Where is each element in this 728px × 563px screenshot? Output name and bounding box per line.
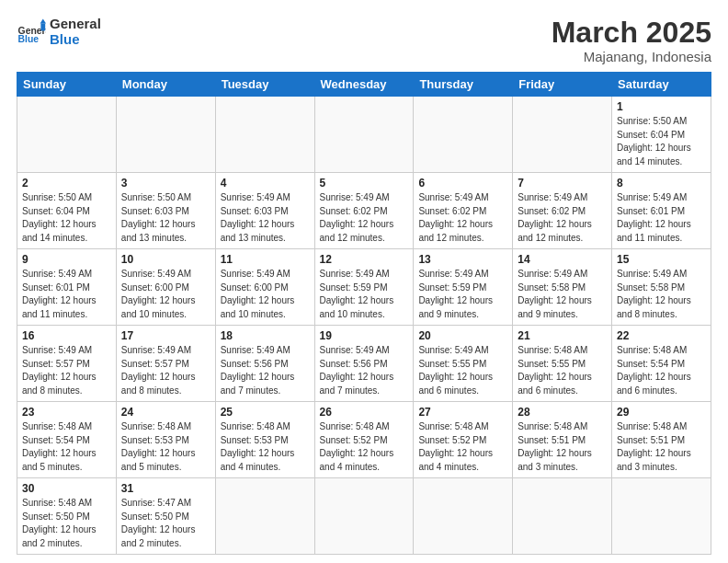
day-11: 11 Sunrise: 5:49 AMSunset: 6:00 PMDaylig… xyxy=(215,249,314,326)
day-6: 6 Sunrise: 5:49 AMSunset: 6:02 PMDayligh… xyxy=(414,173,513,249)
day-17: 17 Sunrise: 5:49 AMSunset: 5:57 PMDaylig… xyxy=(116,326,215,402)
empty-cell xyxy=(116,97,215,173)
calendar-table: Sunday Monday Tuesday Wednesday Thursday… xyxy=(17,72,711,555)
day-21: 21 Sunrise: 5:48 AMSunset: 5:55 PMDaylig… xyxy=(513,326,612,402)
day-3: 3 Sunrise: 5:50 AMSunset: 6:03 PMDayligh… xyxy=(116,173,215,249)
table-row: 1 Sunrise: 5:50 AMSunset: 6:04 PMDayligh… xyxy=(17,97,711,173)
table-row: 23 Sunrise: 5:48 AMSunset: 5:54 PMDaylig… xyxy=(17,402,711,478)
table-row: 16 Sunrise: 5:49 AMSunset: 5:57 PMDaylig… xyxy=(17,326,711,402)
header: General Blue General Blue March 2025 Maj… xyxy=(17,17,711,64)
day-5: 5 Sunrise: 5:49 AMSunset: 6:02 PMDayligh… xyxy=(314,173,414,249)
location: Majanang, Indonesia xyxy=(552,49,711,64)
day-7: 7 Sunrise: 5:49 AMSunset: 6:02 PMDayligh… xyxy=(513,173,612,249)
day-14: 14 Sunrise: 5:49 AMSunset: 5:58 PMDaylig… xyxy=(513,249,612,326)
header-tuesday: Tuesday xyxy=(215,73,314,97)
empty-cell xyxy=(513,478,612,555)
empty-cell xyxy=(314,97,414,173)
logo-blue: Blue xyxy=(50,32,101,48)
day-8: 8 Sunrise: 5:49 AMSunset: 6:01 PMDayligh… xyxy=(612,173,711,249)
table-row: 2 Sunrise: 5:50 AMSunset: 6:04 PMDayligh… xyxy=(17,173,711,249)
title-block: March 2025 Majanang, Indonesia xyxy=(552,17,711,64)
month-title: March 2025 xyxy=(552,17,711,49)
logo-general: General xyxy=(50,17,101,32)
day-27: 27 Sunrise: 5:48 AMSunset: 5:52 PMDaylig… xyxy=(414,402,513,478)
empty-cell xyxy=(414,478,513,555)
day-9: 9 Sunrise: 5:49 AMSunset: 6:01 PMDayligh… xyxy=(17,249,117,326)
empty-cell xyxy=(612,478,711,555)
calendar-page: General Blue General Blue March 2025 Maj… xyxy=(0,0,728,563)
day-30: 30 Sunrise: 5:48 AMSunset: 5:50 PMDaylig… xyxy=(17,478,117,555)
day-13: 13 Sunrise: 5:49 AMSunset: 5:59 PMDaylig… xyxy=(414,249,513,326)
day-26: 26 Sunrise: 5:48 AMSunset: 5:52 PMDaylig… xyxy=(314,402,414,478)
header-friday: Friday xyxy=(513,73,612,97)
weekday-header-row: Sunday Monday Tuesday Wednesday Thursday… xyxy=(17,73,711,97)
table-row: 9 Sunrise: 5:49 AMSunset: 6:01 PMDayligh… xyxy=(17,249,711,326)
header-thursday: Thursday xyxy=(414,73,513,97)
day-16: 16 Sunrise: 5:49 AMSunset: 5:57 PMDaylig… xyxy=(17,326,117,402)
day-29: 29 Sunrise: 5:48 AMSunset: 5:51 PMDaylig… xyxy=(612,402,711,478)
day-2: 2 Sunrise: 5:50 AMSunset: 6:04 PMDayligh… xyxy=(17,173,117,249)
day-24: 24 Sunrise: 5:48 AMSunset: 5:53 PMDaylig… xyxy=(116,402,215,478)
empty-cell xyxy=(215,97,314,173)
empty-cell xyxy=(513,97,612,173)
day-1: 1 Sunrise: 5:50 AMSunset: 6:04 PMDayligh… xyxy=(612,97,711,173)
day-20: 20 Sunrise: 5:49 AMSunset: 5:55 PMDaylig… xyxy=(414,326,513,402)
svg-rect-3 xyxy=(40,23,45,30)
day-15: 15 Sunrise: 5:49 AMSunset: 5:58 PMDaylig… xyxy=(612,249,711,326)
day-23: 23 Sunrise: 5:48 AMSunset: 5:54 PMDaylig… xyxy=(17,402,117,478)
day-4: 4 Sunrise: 5:49 AMSunset: 6:03 PMDayligh… xyxy=(215,173,314,249)
svg-text:Blue: Blue xyxy=(18,34,40,44)
logo: General Blue General Blue xyxy=(17,17,101,47)
day-31: 31 Sunrise: 5:47 AMSunset: 5:50 PMDaylig… xyxy=(116,478,215,555)
empty-cell xyxy=(17,97,117,173)
day-25: 25 Sunrise: 5:48 AMSunset: 5:53 PMDaylig… xyxy=(215,402,314,478)
day-22: 22 Sunrise: 5:48 AMSunset: 5:54 PMDaylig… xyxy=(612,326,711,402)
day-19: 19 Sunrise: 5:49 AMSunset: 5:56 PMDaylig… xyxy=(314,326,414,402)
empty-cell xyxy=(414,97,513,173)
header-saturday: Saturday xyxy=(612,73,711,97)
header-wednesday: Wednesday xyxy=(314,73,414,97)
header-monday: Monday xyxy=(116,73,215,97)
empty-cell xyxy=(215,478,314,555)
logo-icon: General Blue xyxy=(17,17,46,47)
day-18: 18 Sunrise: 5:49 AMSunset: 5:56 PMDaylig… xyxy=(215,326,314,402)
day-10: 10 Sunrise: 5:49 AMSunset: 6:00 PMDaylig… xyxy=(116,249,215,326)
table-row: 30 Sunrise: 5:48 AMSunset: 5:50 PMDaylig… xyxy=(17,478,711,555)
empty-cell xyxy=(314,478,414,555)
day-28: 28 Sunrise: 5:48 AMSunset: 5:51 PMDaylig… xyxy=(513,402,612,478)
header-sunday: Sunday xyxy=(17,73,117,97)
svg-marker-2 xyxy=(40,18,46,23)
day-12: 12 Sunrise: 5:49 AMSunset: 5:59 PMDaylig… xyxy=(314,249,414,326)
